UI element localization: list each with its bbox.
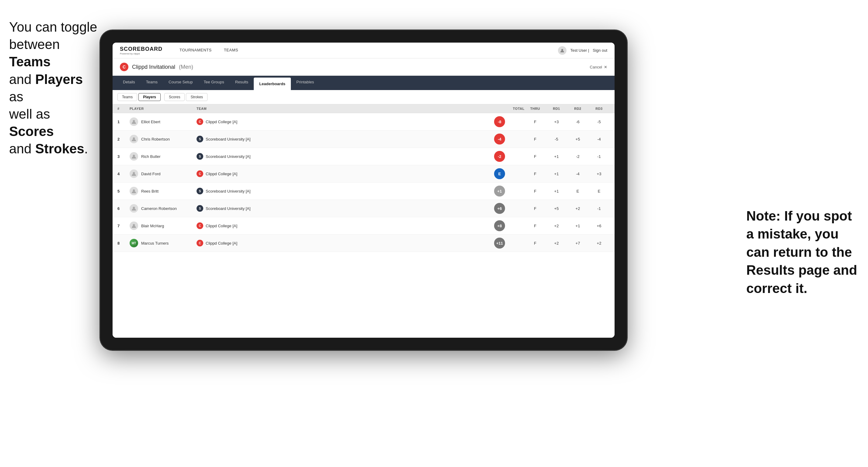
team-name: Clippd College [A]	[206, 241, 237, 246]
avatar	[558, 46, 566, 55]
score-badge: -2	[494, 151, 505, 162]
nav-tournaments[interactable]: TOURNAMENTS	[174, 42, 218, 58]
top-nav: SCOREBOARD Powered by clippd TOURNAMENTS…	[113, 42, 615, 58]
pos-number: 8	[118, 241, 130, 246]
tab-results[interactable]: Results	[230, 76, 254, 90]
rd3-cell: -1	[588, 206, 610, 211]
player-name: Rees Britt	[141, 189, 158, 193]
tournament-logo: C	[120, 63, 128, 71]
toggle-teams-button[interactable]: Teams	[118, 93, 137, 101]
table-row[interactable]: 6 Cameron Robertson S Scoreboard Univers…	[113, 200, 615, 217]
score-badge: +11	[494, 238, 505, 249]
table-row[interactable]: 1 Elliot Ebert C Clippd College [A] -8 F…	[113, 113, 615, 130]
rd1-cell: -5	[546, 137, 567, 142]
col-rd2: RD2	[567, 107, 588, 111]
tab-details[interactable]: Details	[118, 76, 141, 90]
leaderboard-table: # PLAYER TEAM TOTAL THRU RD1 RD2 RD3 1 E…	[113, 104, 615, 338]
toggle-scores-button[interactable]: Scores	[164, 93, 185, 101]
team-logo-icon: S	[196, 153, 203, 160]
pos-number: 4	[118, 172, 130, 176]
players-bold: Players	[35, 72, 83, 87]
team-logo-icon: S	[196, 188, 203, 194]
player-cell: Rich Butler	[130, 152, 196, 161]
pos-number: 7	[118, 224, 130, 228]
rd2-cell: -4	[567, 172, 588, 176]
rd2-cell: +7	[567, 241, 588, 246]
logo-sub-text: Powered by clippd	[120, 52, 162, 55]
player-cell: MT Marcus Turners	[130, 239, 196, 247]
tab-leaderboards[interactable]: Leaderboards	[254, 77, 291, 90]
table-row[interactable]: 3 Rich Butler S Scoreboard University [A…	[113, 148, 615, 165]
rd2-cell: -2	[567, 154, 588, 159]
teams-bold: Teams	[9, 54, 51, 69]
rd3-cell: E	[588, 189, 610, 193]
top-nav-right: Test User | Sign out	[558, 46, 607, 55]
tournament-name: Clippd Invitational	[132, 64, 175, 70]
nav-teams[interactable]: TEAMS	[218, 42, 244, 58]
team-logo-icon: C	[196, 240, 203, 246]
player-cell: Chris Robertson	[130, 135, 196, 143]
toggle-strokes-button[interactable]: Strokes	[186, 93, 208, 101]
team-logo-icon: S	[196, 205, 203, 212]
tablet-frame: SCOREBOARD Powered by clippd TOURNAMENTS…	[100, 30, 627, 350]
total-cell: +6	[494, 203, 525, 214]
total-cell: +1	[494, 186, 525, 196]
score-badge: -8	[494, 116, 505, 127]
rd1-cell: +3	[546, 120, 567, 124]
pos-number: 3	[118, 154, 130, 159]
team-logo-icon: C	[196, 170, 203, 177]
player-avatar: MT	[130, 239, 138, 247]
team-name: Clippd College [A]	[206, 224, 237, 228]
rd1-cell: +1	[546, 189, 567, 193]
rd3-cell: +6	[588, 224, 610, 228]
user-label: Test User |	[570, 48, 589, 53]
left-annotation: You can toggle between Teams and Players…	[9, 18, 97, 158]
total-cell: +8	[494, 220, 525, 231]
table-row[interactable]: 5 Rees Britt S Scoreboard University [A]…	[113, 183, 615, 200]
thru-cell: F	[525, 206, 546, 211]
player-name: Elliot Ebert	[141, 120, 160, 124]
table-row[interactable]: 4 David Ford C Clippd College [A] E F +1…	[113, 165, 615, 183]
score-badge: +8	[494, 220, 505, 231]
rd1-cell: +1	[546, 154, 567, 159]
total-cell: -8	[494, 116, 525, 127]
tournament-header: C Clippd Invitational (Men) Cancel ✕	[113, 58, 615, 76]
tab-teams[interactable]: Teams	[141, 76, 163, 90]
rd3-cell: -1	[588, 154, 610, 159]
thru-cell: F	[525, 154, 546, 159]
player-name: Marcus Turners	[141, 241, 168, 246]
thru-cell: F	[525, 189, 546, 193]
tab-printables[interactable]: Printables	[291, 76, 319, 90]
sign-out-link[interactable]: Sign out	[593, 48, 607, 53]
thru-cell: F	[525, 172, 546, 176]
table-row[interactable]: 8 MT Marcus Turners C Clippd College [A]…	[113, 235, 615, 252]
thru-cell: F	[525, 224, 546, 228]
team-cell: C Clippd College [A]	[196, 170, 494, 177]
rd1-cell: +5	[546, 206, 567, 211]
rd3-cell: -5	[588, 120, 610, 124]
pos-number: 2	[118, 137, 130, 142]
player-cell: Rees Britt	[130, 187, 196, 195]
scores-bold: Scores	[9, 124, 54, 139]
team-logo-icon: C	[196, 118, 203, 125]
scoreboard-logo: SCOREBOARD Powered by clippd	[120, 46, 162, 55]
table-row[interactable]: 2 Chris Robertson S Scoreboard Universit…	[113, 130, 615, 148]
cancel-button[interactable]: Cancel ✕	[590, 65, 607, 69]
tab-tee-groups[interactable]: Tee Groups	[198, 76, 230, 90]
table-row[interactable]: 7 Blair McHarg C Clippd College [A] +8 F…	[113, 217, 615, 235]
toggle-players-button[interactable]: Players	[138, 93, 161, 101]
player-name: Chris Robertson	[141, 137, 170, 142]
total-cell: -4	[494, 133, 525, 145]
player-name: Rich Butler	[141, 154, 161, 159]
player-avatar	[130, 152, 138, 161]
player-cell: Cameron Robertson	[130, 204, 196, 213]
tournament-title: C Clippd Invitational (Men)	[120, 63, 193, 71]
tab-course-setup[interactable]: Course Setup	[163, 76, 198, 90]
col-player: PLAYER	[130, 107, 196, 111]
player-cell: Blair McHarg	[130, 221, 196, 230]
top-nav-links: TOURNAMENTS TEAMS	[174, 42, 558, 58]
team-name: Clippd College [A]	[206, 120, 237, 124]
player-cell: David Ford	[130, 169, 196, 178]
logo-main-text: SCOREBOARD	[120, 46, 162, 52]
rd2-cell: E	[567, 189, 588, 193]
